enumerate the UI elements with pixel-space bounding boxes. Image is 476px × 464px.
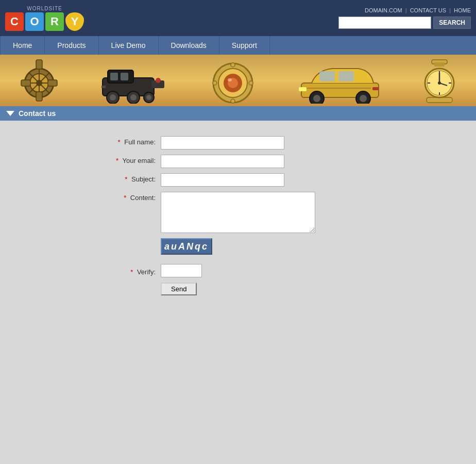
fullname-label: * Full name: — [58, 136, 161, 146]
captcha-image: auANqc — [161, 238, 212, 255]
captcha-row: auANqc — [58, 238, 418, 259]
subject-required-star: * — [125, 175, 127, 183]
svg-rect-10 — [48, 80, 57, 86]
svg-point-18 — [130, 94, 137, 101]
send-button[interactable]: Send — [161, 283, 197, 295]
svg-rect-41 — [372, 87, 379, 90]
email-input[interactable] — [161, 155, 284, 168]
svg-point-37 — [313, 95, 320, 102]
svg-point-28 — [228, 78, 232, 81]
svg-rect-40 — [299, 87, 307, 91]
svg-point-31 — [213, 81, 217, 85]
verify-input[interactable] — [161, 264, 202, 277]
top-bar: WORLDSITE C O R Y DOMAIN.COM | CONTACT U… — [0, 0, 476, 36]
content-row: * Content: — [58, 192, 418, 233]
svg-point-20 — [146, 95, 151, 100]
logo-tile-r: R — [45, 12, 64, 31]
svg-point-16 — [110, 94, 116, 101]
search-area: SEARCH — [338, 16, 471, 29]
contact-section-header: Contact us — [0, 106, 476, 121]
domain-link[interactable]: DOMAIN.COM — [365, 7, 402, 13]
contact-link[interactable]: CONTACT US — [410, 7, 447, 13]
subject-row: * Subject: — [58, 173, 418, 187]
nav-live-demo[interactable]: Live Demo — [99, 36, 159, 55]
content-label: * Content: — [58, 192, 161, 202]
logo-tile-o: O — [25, 12, 44, 31]
svg-rect-8 — [36, 92, 42, 101]
verify-label: * Verify: — [58, 266, 161, 276]
logo-tile-c: C — [5, 12, 24, 31]
logo-tile-y: Y — [65, 12, 84, 31]
contact-form: * Full name: * Your email: * Subject: * — [58, 136, 418, 295]
email-required-star: * — [116, 157, 118, 164]
worldsite-label: WORLDSITE — [27, 6, 62, 11]
form-area: * Full name: * Your email: * Subject: * — [0, 121, 476, 378]
nav-products[interactable]: Products — [45, 36, 98, 55]
banner-gear-icon — [19, 57, 60, 104]
logo-area: WORLDSITE C O R Y — [5, 6, 84, 31]
verify-row: * Verify: — [58, 264, 418, 277]
banner — [0, 55, 476, 106]
svg-rect-23 — [101, 86, 106, 88]
nav-support[interactable]: Support — [219, 36, 270, 55]
send-row: Send — [58, 283, 418, 295]
nav-downloads[interactable]: Downloads — [159, 36, 219, 55]
top-links: DOMAIN.COM | CONTACT US | HOME — [365, 7, 471, 13]
email-label: * Your email: — [58, 155, 161, 164]
nav-bar: Home Products Live Demo Downloads Suppor… — [0, 36, 476, 55]
svg-point-32 — [249, 81, 253, 85]
svg-rect-35 — [338, 71, 354, 81]
content-textarea[interactable] — [161, 192, 315, 233]
svg-rect-13 — [110, 73, 118, 80]
verify-required-star: * — [130, 268, 133, 276]
banner-clock-icon — [421, 57, 457, 104]
svg-point-29 — [231, 63, 235, 67]
svg-point-30 — [231, 99, 235, 103]
top-right: DOMAIN.COM | CONTACT US | HOME SEARCH — [338, 7, 471, 29]
search-input[interactable] — [338, 16, 431, 29]
contact-section-title: Contact us — [19, 109, 56, 118]
banner-train-icon — [97, 57, 169, 104]
fullname-required-star: * — [118, 138, 121, 146]
separator-2: | — [449, 7, 451, 13]
svg-point-22 — [156, 78, 161, 83]
fullname-row: * Full name: — [58, 136, 418, 150]
email-row: * Your email: — [58, 155, 418, 168]
svg-rect-44 — [434, 62, 445, 67]
banner-car-icon — [296, 57, 384, 104]
contact-triangle-icon — [6, 111, 14, 116]
subject-label: * Subject: — [58, 173, 161, 183]
banner-brooch-icon — [207, 57, 259, 104]
svg-rect-9 — [21, 80, 30, 86]
logo-tiles: C O R Y — [5, 12, 84, 31]
content-required-star: * — [124, 194, 126, 202]
nav-home[interactable]: Home — [0, 36, 45, 55]
fullname-input[interactable] — [161, 136, 284, 150]
svg-rect-34 — [319, 71, 335, 81]
svg-point-39 — [360, 95, 367, 102]
svg-rect-7 — [36, 60, 42, 69]
home-link[interactable]: HOME — [454, 7, 471, 13]
search-button[interactable]: SEARCH — [433, 16, 471, 29]
subject-input[interactable] — [161, 173, 284, 187]
svg-rect-14 — [121, 73, 128, 80]
separator-1: | — [405, 7, 407, 13]
